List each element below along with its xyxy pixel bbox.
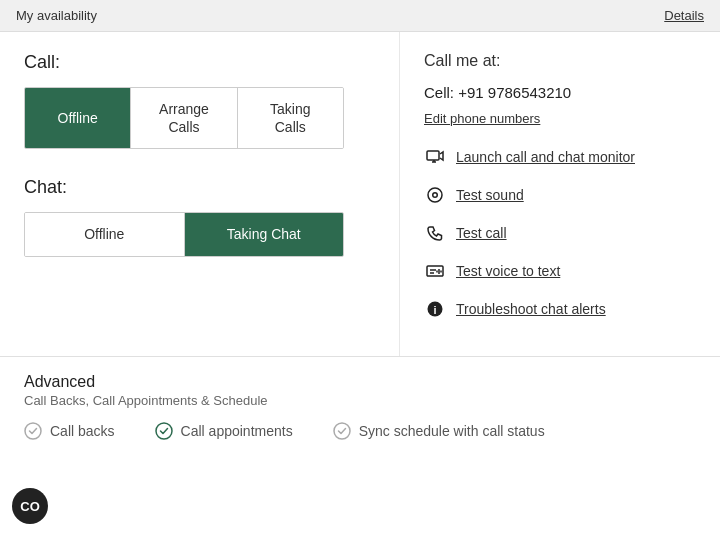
call-appointments-check-icon (155, 422, 173, 440)
test-sound-item[interactable]: Test sound (424, 184, 696, 206)
call-taking-button[interactable]: TakingCalls (238, 88, 343, 148)
sound-icon (424, 184, 446, 206)
svg-rect-0 (427, 151, 439, 160)
svg-point-7 (25, 423, 41, 439)
launch-monitor-text: Launch call and chat monitor (456, 149, 635, 165)
phone-monitor-icon (424, 146, 446, 168)
call-backs-check-icon (24, 422, 42, 440)
right-panel: Call me at: Cell: +91 9786543210 Edit ph… (400, 32, 720, 356)
chat-taking-button[interactable]: Taking Chat (185, 213, 344, 255)
call-appointments-label: Call appointments (181, 423, 293, 439)
call-me-at-label: Call me at: (424, 52, 696, 70)
phone-number: Cell: +91 9786543210 (424, 80, 696, 105)
details-link[interactable]: Details (664, 8, 704, 23)
sync-schedule-item[interactable]: Sync schedule with call status (333, 422, 545, 440)
test-voice-item[interactable]: Test voice to text (424, 260, 696, 282)
call-arrange-button[interactable]: ArrangeCalls (131, 88, 237, 148)
advanced-subtitle: Call Backs, Call Appointments & Schedule (24, 393, 696, 408)
svg-point-9 (334, 423, 350, 439)
svg-point-8 (156, 423, 172, 439)
call-backs-label: Call backs (50, 423, 115, 439)
call-label: Call: (24, 52, 375, 73)
voice-text-icon (424, 260, 446, 282)
advanced-section: Advanced Call Backs, Call Appointments &… (0, 357, 720, 456)
call-backs-item[interactable]: Call backs (24, 422, 115, 440)
launch-monitor-item[interactable]: Launch call and chat monitor (424, 146, 696, 168)
chat-label: Chat: (24, 177, 375, 198)
action-list: Launch call and chat monitor Test sound (424, 146, 696, 320)
main-content: Call: Offline ArrangeCalls TakingCalls C… (0, 32, 720, 356)
info-icon: i (424, 298, 446, 320)
avatar[interactable]: CO (12, 488, 48, 524)
edit-phone-link[interactable]: Edit phone numbers (424, 111, 696, 126)
chat-button-group: Offline Taking Chat (24, 212, 344, 256)
left-panel: Call: Offline ArrangeCalls TakingCalls C… (0, 32, 400, 356)
test-call-item[interactable]: Test call (424, 222, 696, 244)
troubleshoot-text: Troubleshoot chat alerts (456, 301, 606, 317)
phone-icon (424, 222, 446, 244)
sync-schedule-label: Sync schedule with call status (359, 423, 545, 439)
call-button-group: Offline ArrangeCalls TakingCalls (24, 87, 344, 149)
svg-text:i: i (433, 304, 436, 316)
availability-title: My availability (16, 8, 97, 23)
test-voice-text: Test voice to text (456, 263, 560, 279)
test-sound-text: Test sound (456, 187, 524, 203)
sync-schedule-check-icon (333, 422, 351, 440)
svg-point-3 (434, 194, 437, 197)
troubleshoot-item[interactable]: i Troubleshoot chat alerts (424, 298, 696, 320)
call-offline-button[interactable]: Offline (25, 88, 131, 148)
advanced-items: Call backs Call appointments Sync schedu… (24, 422, 696, 440)
call-appointments-item[interactable]: Call appointments (155, 422, 293, 440)
chat-offline-button[interactable]: Offline (25, 213, 185, 255)
top-bar: My availability Details (0, 0, 720, 32)
advanced-title: Advanced (24, 373, 696, 391)
test-call-text: Test call (456, 225, 507, 241)
